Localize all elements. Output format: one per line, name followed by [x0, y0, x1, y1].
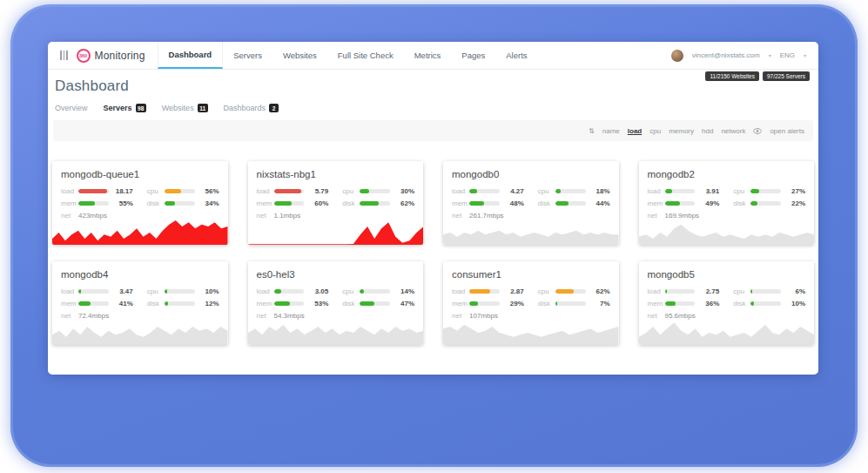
network-sparkline	[443, 220, 619, 245]
user-email-menu[interactable]: vincent@nixstats.com	[692, 51, 760, 59]
nav-item-dashboard[interactable]: Dashboard	[158, 42, 224, 69]
mem-bar	[469, 201, 500, 206]
cpu-value: 27%	[786, 187, 805, 195]
cpu-value: 10%	[200, 287, 219, 295]
server-name[interactable]: es0-hel3	[248, 261, 424, 280]
brand-logo[interactable]: 360 Monitoring	[73, 42, 158, 69]
tab-overview[interactable]: Overview	[55, 104, 88, 112]
sort-by-load[interactable]: load	[628, 127, 642, 135]
metric-label-load: load	[648, 187, 665, 195]
load-value: 2.87	[505, 287, 524, 295]
servers-tab-count: 98	[136, 104, 146, 112]
net-value: 107mbps	[469, 312, 498, 320]
metric-label-mem: mem	[452, 199, 469, 207]
load-value: 18.17	[114, 187, 133, 195]
disk-value: 34%	[200, 199, 219, 207]
net-value: 72.4mbps	[78, 312, 109, 320]
disk-bar	[165, 301, 195, 306]
tab-websites[interactable]: Websites 11	[162, 104, 208, 112]
mem-value: 29%	[505, 300, 524, 307]
disk-value: 7%	[591, 300, 610, 307]
nav-item-servers[interactable]: Servers	[223, 42, 273, 69]
metric-label-net: net	[648, 312, 665, 320]
disk-bar	[360, 301, 390, 306]
server-card-nixstats-nbg1[interactable]: nixstats-nbg1 load5.79 cpu30% mem60% dis…	[248, 161, 424, 245]
cpu-value: 6%	[786, 287, 805, 295]
metric-label-mem: mem	[61, 300, 78, 307]
cpu-value: 56%	[200, 187, 219, 195]
nav-item-metrics[interactable]: Metrics	[404, 42, 452, 69]
disk-value: 22%	[786, 199, 805, 207]
net-value: 1.1mbps	[274, 212, 301, 220]
disk-bar	[750, 201, 781, 206]
server-name[interactable]: nixstats-nbg1	[248, 161, 424, 179]
sort-by-network[interactable]: network	[721, 127, 745, 135]
metric-label-mem: mem	[452, 300, 469, 307]
disk-value: 10%	[786, 300, 805, 307]
network-sparkline	[443, 321, 619, 345]
metric-label-load: load	[61, 287, 78, 295]
nav-item-full-site-check[interactable]: Full Site Check	[327, 42, 404, 69]
sort-icon: ⇅	[589, 127, 595, 135]
metric-label-net: net	[452, 312, 469, 320]
metric-label-disk: disk	[147, 199, 165, 207]
server-card-mongodb2[interactable]: mongodb2 load3.91 cpu27% mem49% disk22% …	[639, 161, 815, 245]
user-avatar[interactable]	[671, 50, 683, 62]
server-card-consumer1[interactable]: consumer1 load2.87 cpu62% mem29% disk7% …	[443, 261, 619, 345]
metric-label-cpu: cpu	[342, 287, 360, 295]
brand-360-icon: 360	[77, 49, 91, 63]
disk-value: 47%	[395, 300, 414, 307]
server-name[interactable]: mongodb-queue1	[52, 161, 228, 179]
metric-label-cpu: cpu	[342, 187, 360, 195]
nav-right: vincent@nixstats.com ▾ ENG ▾	[671, 42, 818, 69]
server-name[interactable]: mongodb2	[639, 161, 815, 179]
metric-label-mem: mem	[257, 300, 274, 307]
sort-bar: ⇅ name load cpu memory hdd network open …	[53, 120, 813, 141]
chevron-down-icon: ▾	[769, 52, 771, 58]
metric-label-mem: mem	[257, 199, 274, 207]
websites-tab-count: 11	[198, 104, 208, 112]
cpu-bar	[555, 189, 586, 193]
cpu-value: 30%	[395, 187, 414, 195]
nav-item-alerts[interactable]: Alerts	[495, 42, 537, 69]
server-card-mongodb5[interactable]: mongodb5 load2.75 cpu6% mem36% disk10% n…	[639, 261, 815, 345]
load-value: 3.05	[309, 287, 328, 295]
tab-servers[interactable]: Servers 98	[104, 104, 146, 112]
language-menu[interactable]: ENG	[780, 51, 795, 59]
cpu-bar	[165, 289, 195, 294]
toggle-open-alerts[interactable]: open alerts	[770, 127, 804, 135]
server-name[interactable]: mongodb4	[52, 261, 228, 280]
tab-dashboards[interactable]: Dashboards 2	[224, 104, 279, 112]
load-bar	[469, 289, 500, 294]
brand-name: Monitoring	[95, 50, 145, 62]
apps-grid-icon[interactable]	[55, 42, 73, 69]
metric-label-disk: disk	[733, 300, 750, 307]
server-card-mongodb4[interactable]: mongodb4 load3.47 cpu10% mem41% disk12% …	[52, 261, 228, 345]
net-value: 169.9mbps	[665, 212, 700, 220]
nav-item-pages[interactable]: Pages	[451, 42, 495, 69]
metric-label-mem: mem	[61, 199, 78, 207]
top-nav: 360 Monitoring Dashboard Servers Website…	[48, 42, 818, 70]
sort-by-cpu[interactable]: cpu	[649, 127, 661, 135]
websites-count-badge[interactable]: 11/2150 Websites	[705, 71, 758, 81]
server-name[interactable]: mongodb5	[639, 261, 815, 280]
metric-label-cpu: cpu	[733, 287, 750, 295]
server-card-mongodb0[interactable]: mongodb0 load4.27 cpu18% mem48% disk44% …	[443, 161, 619, 245]
nav-item-websites[interactable]: Websites	[273, 42, 327, 69]
servers-count-badge[interactable]: 97/225 Servers	[763, 71, 810, 81]
net-value: 423mbps	[78, 212, 107, 220]
cpu-bar	[360, 189, 390, 193]
server-card-es0-hel3[interactable]: es0-hel3 load3.05 cpu14% mem53% disk47% …	[248, 261, 424, 345]
sort-by-memory[interactable]: memory	[669, 127, 694, 135]
sort-by-hdd[interactable]: hdd	[702, 127, 713, 135]
load-bar	[665, 289, 696, 294]
mem-bar	[78, 301, 109, 306]
mem-bar	[78, 201, 109, 206]
server-name[interactable]: consumer1	[443, 261, 619, 280]
metric-label-load: load	[452, 187, 469, 195]
server-name[interactable]: mongodb0	[443, 161, 619, 179]
server-card-mongodb-queue1[interactable]: mongodb-queue1 load18.17 cpu56% mem55% d…	[52, 161, 228, 245]
page-header: Dashboard 11/2150 Websites 97/225 Server…	[48, 70, 818, 95]
load-bar	[469, 189, 500, 193]
sort-by-name[interactable]: name	[602, 127, 620, 135]
